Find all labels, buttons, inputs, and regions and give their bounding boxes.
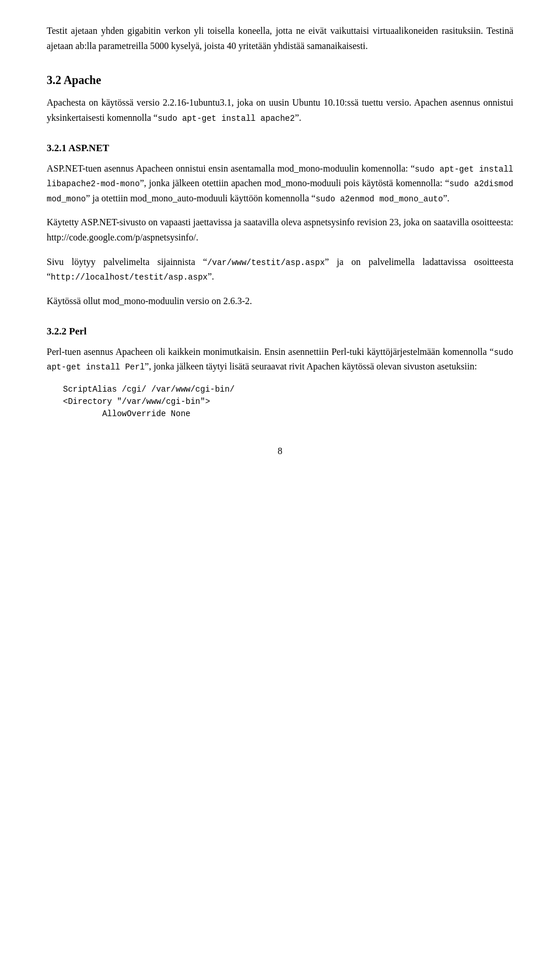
intro-paragraph-1: Testit ajetaan yhden gigabitin verkon yl…: [47, 23, 513, 53]
page-content: Testit ajetaan yhden gigabitin verkon yl…: [47, 23, 513, 458]
subsection-heading-3-2-1: 3.2.1 ASP.NET: [47, 140, 513, 156]
perl-paragraph-1: Perl-tuen asennus Apacheen oli kaikkein …: [47, 344, 513, 374]
a2enmod-code: sudo a2enmod mod_mono_auto: [316, 194, 443, 204]
localhost-aspx-code: http://localhost/testit/asp.aspx: [51, 273, 208, 282]
perl-config-code-block: ScriptAlias /cgi/ /var/www/cgi-bin/ <Dir…: [63, 383, 513, 420]
apt-get-install-perl-code: sudo apt-get install Perl: [47, 348, 513, 372]
apache-paragraph-1: Apachesta on käytössä versio 2.2.16-1ubu…: [47, 95, 513, 125]
subsection-heading-3-2-2: 3.2.2 Perl: [47, 323, 513, 339]
aspnet-paragraph-3: Sivu löytyy palvelimelta sijainnista “/v…: [47, 254, 513, 284]
section-heading-3-2: 3.2 Apache: [47, 71, 513, 89]
aspnet-paragraph-2: Käytetty ASP.NET-sivusto on vapaasti jae…: [47, 215, 513, 245]
apt-get-install-libapache2-code: sudo apt-get install libapache2-mod-mono: [47, 165, 513, 189]
apt-get-install-apache2-code: sudo apt-get install apache2: [158, 114, 295, 123]
aspnet-paragraph-1: ASP.NET-tuen asennus Apacheen onnistui e…: [47, 161, 513, 206]
aspnet-paragraph-4: Käytössä ollut mod_mono-moduulin versio …: [47, 294, 513, 309]
asp-aspx-path-code: /var/www/testit/asp.aspx: [207, 258, 325, 267]
page-number: 8: [47, 444, 513, 459]
